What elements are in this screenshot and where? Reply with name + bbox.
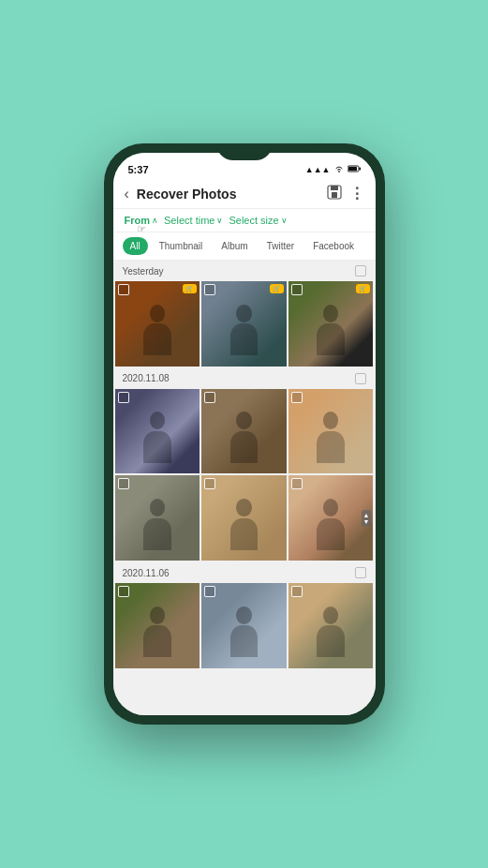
status-time: 5:37	[128, 164, 149, 175]
section-20201108-label: 2020.11.08	[123, 373, 170, 383]
status-icons: ▲▲▲	[305, 165, 361, 174]
header-actions: ⋮	[327, 185, 364, 202]
photo-checkbox[interactable]	[118, 284, 129, 295]
scroll-indicator: ▲ ▼	[362, 510, 372, 527]
photo-checkbox[interactable]	[204, 586, 215, 597]
tab-facebook[interactable]: Facebook	[305, 237, 362, 255]
size-filter-label: Select size	[229, 215, 278, 226]
photo-item[interactable]	[115, 475, 200, 561]
photo-item[interactable]: 🛒	[288, 281, 374, 367]
filter-bar: From ∧ ☞ Select time ∨ Select size ∨	[113, 209, 376, 232]
photo-item[interactable]	[201, 389, 287, 474]
photo-checkbox[interactable]	[118, 586, 129, 597]
signal-icon: ▲▲▲	[305, 165, 331, 174]
size-filter[interactable]: Select size ∨	[229, 215, 287, 226]
svg-rect-2	[359, 168, 361, 171]
svg-rect-4	[331, 186, 338, 190]
time-filter[interactable]: Select time ∨	[164, 215, 223, 226]
photo-checkbox[interactable]	[291, 586, 303, 597]
tab-twitter[interactable]: Twitter	[259, 237, 302, 255]
photo-grid-20201108: ▲ ▼	[113, 389, 376, 562]
cart-badge: 🛒	[183, 284, 197, 293]
section-yesterday-checkbox[interactable]	[355, 265, 366, 277]
section-20201108-checkbox[interactable]	[355, 373, 366, 384]
photo-checkbox[interactable]	[204, 478, 215, 489]
photo-item[interactable]	[115, 389, 200, 474]
phone-screen: 5:37 ▲▲▲	[113, 153, 376, 715]
from-filter[interactable]: From ∧ ☞	[125, 215, 159, 226]
svg-rect-1	[348, 167, 357, 171]
photo-item[interactable]	[288, 583, 374, 668]
photo-item[interactable]: 🛒	[115, 281, 200, 367]
photo-checkbox[interactable]	[291, 392, 303, 403]
photo-checkbox[interactable]	[118, 478, 129, 489]
cart-badge: 🛒	[270, 284, 284, 293]
section-20201106-checkbox[interactable]	[355, 567, 366, 578]
photo-item[interactable]	[288, 389, 374, 474]
photo-grid-yesterday: 🛒 🛒	[113, 281, 376, 368]
tabs-bar: All Thumbnail Album Twitter Facebook	[113, 232, 376, 261]
photo-item[interactable]	[115, 583, 200, 668]
battery-icon	[348, 165, 361, 174]
cursor-icon: ☞	[137, 223, 146, 235]
wifi-icon	[334, 165, 344, 174]
time-chevron-icon: ∨	[216, 216, 223, 225]
photo-item[interactable]	[201, 583, 287, 668]
back-button[interactable]: ‹	[125, 186, 129, 202]
save-icon[interactable]	[327, 185, 342, 202]
header: ‹ Recover Photos ⋮	[113, 179, 376, 209]
svg-rect-5	[332, 192, 337, 198]
section-20201106: 2020.11.06	[113, 562, 376, 583]
photo-checkbox[interactable]	[291, 478, 303, 489]
photo-checkbox[interactable]	[204, 284, 215, 295]
from-chevron-icon: ∧	[152, 216, 158, 225]
section-20201106-label: 2020.11.06	[123, 568, 170, 578]
photo-checkbox[interactable]	[118, 392, 129, 403]
tab-thumbnail[interactable]: Thumbnail	[152, 237, 211, 255]
phone-frame: 5:37 ▲▲▲	[104, 143, 385, 725]
cart-badge: 🛒	[356, 284, 370, 293]
size-chevron-icon: ∨	[281, 216, 288, 225]
photo-checkbox[interactable]	[291, 284, 303, 295]
photo-grid-20201106	[113, 583, 376, 670]
photo-item[interactable]	[201, 475, 287, 561]
photo-content: Yesterday 🛒	[113, 261, 376, 715]
page-title: Recover Photos	[137, 187, 327, 202]
photo-item[interactable]: 🛒	[201, 281, 287, 367]
section-yesterday: Yesterday	[113, 261, 376, 281]
photo-checkbox[interactable]	[204, 392, 215, 403]
more-menu-icon[interactable]: ⋮	[349, 185, 364, 202]
section-yesterday-label: Yesterday	[123, 266, 164, 277]
tab-album[interactable]: Album	[214, 237, 255, 255]
time-filter-label: Select time	[164, 215, 214, 226]
section-20201108: 2020.11.08	[113, 368, 376, 389]
photo-item[interactable]: ▲ ▼	[288, 475, 374, 561]
tab-all[interactable]: All	[123, 237, 148, 255]
phone-notch	[216, 143, 273, 160]
